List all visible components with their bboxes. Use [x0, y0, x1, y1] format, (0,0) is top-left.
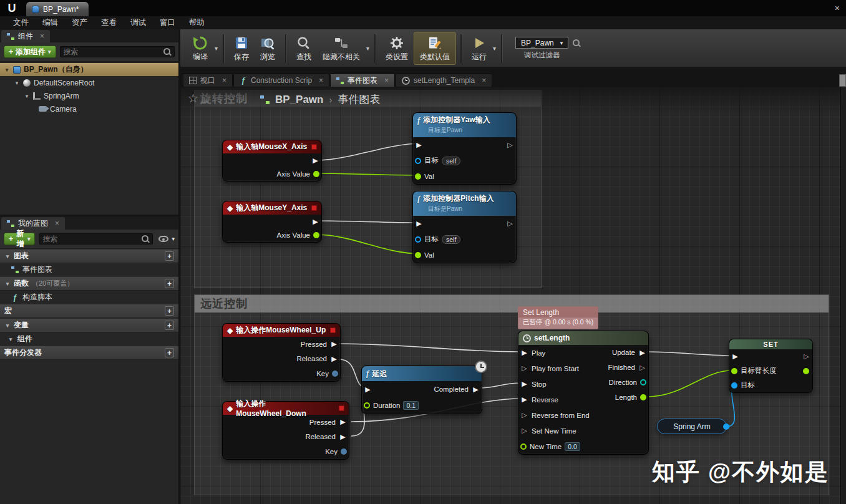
- node-add-controller-yaw-input[interactable]: f 添加控制器Yaw输入 目标是Pawn ▶ ▷ 目标 self: [412, 112, 517, 185]
- new-button[interactable]: + 新增 ▾: [4, 233, 35, 245]
- category-components[interactable]: ▾ 组件: [0, 332, 178, 346]
- close-icon[interactable]: ×: [384, 76, 389, 85]
- target-pin[interactable]: [731, 382, 737, 389]
- target-arm-length-pin[interactable]: [731, 368, 737, 374]
- menu-help[interactable]: 帮助: [182, 16, 212, 29]
- update-exec-pin[interactable]: ▶: [638, 349, 646, 356]
- expander-icon[interactable]: ▾: [4, 67, 10, 73]
- tab-viewport[interactable]: 视口 ×: [183, 74, 233, 87]
- add-function-button[interactable]: +: [165, 279, 174, 288]
- menu-file[interactable]: 文件: [6, 16, 36, 29]
- tree-item-camera[interactable]: Camera: [0, 102, 178, 115]
- section-graphs[interactable]: ▾ 图表 +: [0, 249, 178, 263]
- set-new-time-exec-pin[interactable]: ▷: [520, 427, 528, 434]
- node-header[interactable]: ◆ 输入轴MouseX_Axis: [223, 140, 321, 153]
- my-blueprint-search-box[interactable]: [39, 233, 153, 245]
- debug-object-dropdown[interactable]: BP_Pawn ▾: [515, 37, 568, 49]
- tree-item-bp-pawn-self[interactable]: ▾ BP_Pawn（自身）: [0, 63, 178, 76]
- exec-out-pin[interactable]: ▷: [506, 142, 514, 148]
- exec-in-pin[interactable]: ▶: [415, 142, 423, 148]
- expander-icon[interactable]: ▾: [4, 281, 11, 287]
- target-pin[interactable]: [415, 236, 421, 243]
- expander-icon[interactable]: ▾: [4, 253, 11, 259]
- add-dispatcher-button[interactable]: +: [165, 348, 174, 357]
- item-construction-script[interactable]: f 构造脚本: [0, 291, 178, 304]
- axis-value-pin[interactable]: [313, 171, 319, 177]
- visibility-filter-icon[interactable]: [158, 236, 168, 242]
- length-pin[interactable]: [640, 394, 646, 400]
- hide-unrelated-button[interactable]: 隐藏不相关: [317, 32, 366, 64]
- direction-pin[interactable]: [640, 379, 646, 385]
- node-header[interactable]: ◆ 输入轴MouseY_Axis: [223, 201, 321, 215]
- class-defaults-button[interactable]: 类默认值: [414, 32, 456, 65]
- event-graph-canvas[interactable]: 旋转控制 远近控制: [180, 87, 840, 504]
- released-exec-pin[interactable]: ▶: [339, 434, 347, 440]
- duration-pin[interactable]: [364, 402, 370, 409]
- menu-debug[interactable]: 调试: [124, 16, 153, 29]
- node-header[interactable]: f 添加控制器Yaw输入 目标是Pawn: [413, 113, 516, 137]
- reverse-exec-pin[interactable]: ▶: [520, 396, 528, 403]
- node-input-axis-mousey[interactable]: ◆ 输入轴MouseY_Axis ▶ Axis Value: [222, 201, 322, 243]
- add-component-button[interactable]: + 添加组件 ▾: [4, 46, 56, 58]
- bookmark-star-icon[interactable]: ☆: [188, 91, 198, 105]
- components-search-input[interactable]: [64, 47, 161, 56]
- value-out-pin[interactable]: [803, 368, 809, 374]
- add-macro-button[interactable]: +: [165, 306, 174, 316]
- new-time-value-box[interactable]: 0.0: [565, 442, 580, 451]
- node-set-target-arm-length[interactable]: SET ▶ ▷ 目标臂长度 目标: [729, 339, 813, 393]
- chevron-down-icon[interactable]: ▾: [366, 45, 369, 52]
- node-header[interactable]: f 添加控制器Pitch输入 目标是Pawn: [413, 191, 516, 216]
- section-functions[interactable]: ▾ 函数 （20可覆盖） +: [0, 276, 178, 291]
- docked-tab-sliver[interactable]: [839, 74, 846, 87]
- pressed-exec-pin[interactable]: ▶: [330, 341, 338, 347]
- close-icon[interactable]: ×: [40, 32, 44, 41]
- save-button[interactable]: 保存: [228, 32, 255, 64]
- node-input-action-mousewheel-up[interactable]: ◆ 输入操作MouseWheel_Up Pressed ▶ Released ▶…: [222, 323, 341, 382]
- node-header[interactable]: f 延迟: [362, 366, 482, 381]
- add-variable-button[interactable]: +: [165, 321, 174, 330]
- axis-value-pin[interactable]: [313, 232, 319, 238]
- node-header[interactable]: SET: [729, 339, 812, 349]
- node-header[interactable]: ◆ 输入操作MouseWheel_Down: [223, 402, 349, 415]
- chevron-down-icon[interactable]: ▾: [493, 45, 496, 52]
- self-value-box[interactable]: self: [442, 235, 460, 244]
- compile-button[interactable]: 编译: [187, 32, 214, 64]
- reverse-from-end-exec-pin[interactable]: ▷: [520, 412, 528, 419]
- tab-my-blueprint[interactable]: 我的蓝图 ×: [1, 217, 65, 230]
- play-from-start-exec-pin[interactable]: ▷: [520, 365, 528, 372]
- node-header[interactable]: ◆ 输入操作MouseWheel_Up: [223, 324, 340, 337]
- close-icon[interactable]: ×: [482, 76, 486, 85]
- node-get-spring-arm[interactable]: Spring Arm: [657, 419, 727, 434]
- exec-out-pin[interactable]: ▷: [506, 220, 514, 227]
- tab-event-graph[interactable]: 事件图表 ×: [330, 74, 395, 87]
- expander-icon[interactable]: ▾: [4, 322, 11, 329]
- menu-edit[interactable]: 编辑: [36, 16, 65, 29]
- val-pin[interactable]: [415, 252, 421, 258]
- self-value-box[interactable]: self: [442, 157, 460, 165]
- node-delay[interactable]: f 延迟 ▶ Completed ▶ Duration 0.1: [361, 366, 482, 414]
- right-dock-strip[interactable]: [840, 87, 846, 504]
- browse-button[interactable]: 浏览: [255, 32, 281, 64]
- key-pin[interactable]: [341, 448, 347, 455]
- exec-in-pin[interactable]: ▶: [415, 220, 423, 227]
- chevron-down-icon[interactable]: ▾: [172, 236, 175, 242]
- tab-construction-script[interactable]: f Construction Scrip ×: [233, 74, 329, 87]
- find-button[interactable]: 查找: [291, 32, 317, 64]
- exec-out-pin[interactable]: ▶: [311, 218, 319, 225]
- class-settings-button[interactable]: 类设置: [380, 32, 414, 64]
- duration-value-box[interactable]: 0.1: [403, 401, 419, 410]
- add-graph-button[interactable]: +: [165, 251, 174, 261]
- section-event-dispatchers[interactable]: 事件分发器 +: [0, 346, 178, 360]
- node-header[interactable]: setLength: [518, 331, 648, 345]
- menu-asset[interactable]: 资产: [65, 16, 94, 29]
- node-input-action-mousewheel-down[interactable]: ◆ 输入操作MouseWheel_Down Pressed ▶ Released…: [222, 401, 349, 460]
- tree-item-spring-arm[interactable]: ▾ SpringArm: [0, 89, 178, 102]
- exec-in-pin[interactable]: ▶: [731, 353, 739, 360]
- node-add-controller-pitch-input[interactable]: f 添加控制器Pitch输入 目标是Pawn ▶ ▷ 目标 self: [412, 191, 517, 263]
- tree-item-default-scene-root[interactable]: ▾ DefaultSceneRoot: [0, 76, 178, 89]
- exec-out-pin[interactable]: ▶: [311, 157, 319, 164]
- key-pin[interactable]: [332, 371, 338, 377]
- expander-icon[interactable]: ▾: [7, 336, 14, 342]
- close-icon[interactable]: ×: [319, 76, 323, 85]
- new-time-pin[interactable]: [520, 443, 527, 450]
